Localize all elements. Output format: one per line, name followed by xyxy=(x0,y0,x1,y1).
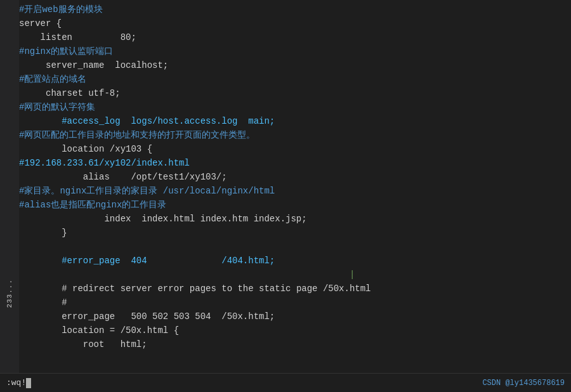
code-line-12: #192.168.233.61/xy102/index.html xyxy=(19,156,571,170)
code-line-15: #alias也是指匹配nginx的工作目录 xyxy=(19,198,571,212)
code-line-25: root html; xyxy=(19,337,571,351)
code-line-2: server { xyxy=(19,16,571,30)
code-line-9: #access_log logs/host.access.log main; xyxy=(19,114,571,128)
code-line-13: alias /opt/test1/xy103/; xyxy=(19,170,571,184)
code-line-21: # redirect server error pages to the sta… xyxy=(19,282,571,296)
command-text: :wq! xyxy=(6,378,26,388)
code-line-11: location /xy103 { xyxy=(19,142,571,156)
code-line-6: #配置站点的域名 xyxy=(19,72,571,86)
code-line-8: #网页的默认字符集 xyxy=(19,100,571,114)
command-prompt: :wq! xyxy=(6,378,31,388)
code-line-20: | xyxy=(19,268,571,282)
code-line-23: error_page 500 502 503 504 /50x.html; xyxy=(19,310,571,323)
code-line-14: #家目录。nginx工作目录的家目录 /usr/local/nginx/html xyxy=(19,184,571,198)
editor-container: 233... #开启web服务的模块 server { listen 80; #… xyxy=(0,0,571,392)
code-line-18 xyxy=(19,240,571,254)
watermark-area: CSDN @ly1435678619 xyxy=(482,379,565,388)
code-line-5: server_name localhost; xyxy=(19,58,571,72)
code-line-10: #网页匹配的工作目录的地址和支持的打开页面的文件类型。 xyxy=(19,128,571,142)
code-line-1: #开启web服务的模块 xyxy=(19,3,571,16)
command-area: :wq! xyxy=(6,378,31,388)
code-line-22: # xyxy=(19,296,571,310)
bottom-bar: :wq! CSDN @ly1435678619 xyxy=(0,373,571,392)
code-area[interactable]: #开启web服务的模块 server { listen 80; #nginx的默… xyxy=(0,0,571,392)
code-line-3: listen 80; xyxy=(19,30,571,44)
code-line-4: #nginx的默认监听端口 xyxy=(19,44,571,58)
cursor xyxy=(26,378,31,388)
code-line-17: } xyxy=(19,226,571,240)
code-line-19: #error_page 404 /404.html; xyxy=(19,254,571,268)
code-line-16: index index.html index.htm index.jsp; xyxy=(19,212,571,226)
watermark-text: CSDN @ly1435678619 xyxy=(482,379,565,388)
code-line-7: charset utf-8; xyxy=(19,86,571,100)
code-line-24: location = /50x.html { xyxy=(19,323,571,337)
